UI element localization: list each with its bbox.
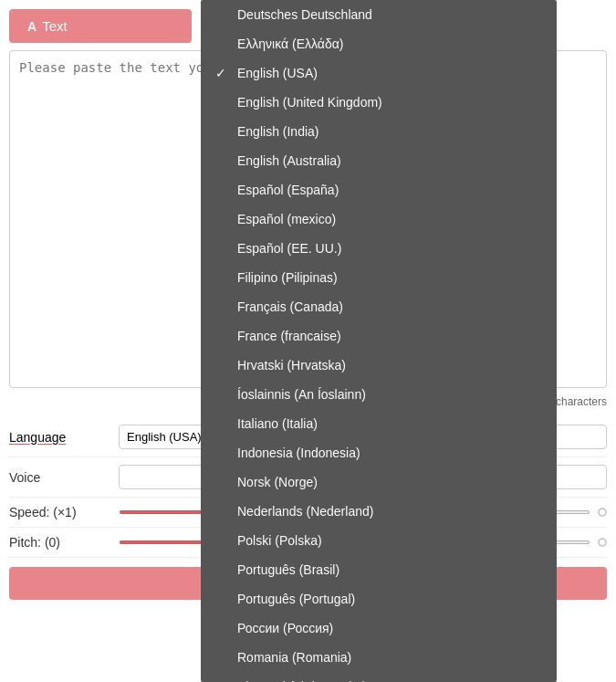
dropdown-item-label: France (francaise)	[237, 329, 341, 343]
dropdown-item-label: Filipino (Pilipinas)	[237, 270, 338, 285]
dropdown-item-label: Español (EE. UU.)	[237, 241, 341, 256]
dropdown-item-label: English (Australia)	[237, 153, 341, 168]
language-dropdown[interactable]: Deutsches DeutschlandΕλληνικά (Ελλάδα)✓E…	[201, 0, 557, 682]
pitch-label: Pitch: (0)	[9, 535, 119, 550]
dropdown-item[interactable]: Português (Brasil)	[201, 555, 557, 584]
dropdown-item[interactable]: Español (mexico)	[201, 205, 557, 234]
speed-label: Speed: (×1)	[9, 505, 119, 519]
dropdown-item-label: Indonesia (Indonesia)	[237, 446, 360, 460]
dropdown-item-label: Polski (Polska)	[237, 533, 322, 548]
speed-dot	[598, 508, 607, 517]
dropdown-item-label: Nederlands (Nederland)	[237, 504, 373, 519]
text-button[interactable]: A Text	[9, 9, 192, 43]
dropdown-item[interactable]: Indonesia (Indonesia)	[201, 438, 557, 467]
dropdown-item-label: Português (Brasil)	[237, 562, 339, 577]
text-button-label: Text	[42, 18, 68, 34]
dropdown-item-label: Español (España)	[237, 183, 339, 197]
dropdown-item-label: Español (mexico)	[237, 212, 336, 226]
dropdown-item[interactable]: Français (Canada)	[201, 292, 557, 321]
language-label: Language	[9, 430, 119, 445]
dropdown-item[interactable]: Español (España)	[201, 175, 557, 205]
dropdown-item-label: Íoslainnis (An Íoslainn)	[237, 387, 366, 402]
check-icon: ✓	[215, 66, 230, 80]
dropdown-item-label: English (United Kingdom)	[237, 95, 382, 110]
voice-label: Voice	[9, 470, 119, 485]
dropdown-item[interactable]: Romania (Romania)	[201, 643, 557, 672]
dropdown-item-label: Português (Portugal)	[237, 592, 355, 606]
dropdown-item-label: Ελληνικά (Ελλάδα)	[237, 37, 343, 51]
dropdown-item[interactable]: Hrvatski (Hrvatska)	[201, 351, 557, 380]
dropdown-item[interactable]: Slovenský (Slovensko)	[201, 672, 557, 682]
dropdown-item-label: Français (Canada)	[237, 299, 343, 314]
dropdown-item[interactable]: English (Australia)	[201, 146, 557, 175]
dropdown-item-label: Italiano (Italia)	[237, 416, 318, 431]
dropdown-item[interactable]: Polski (Polska)	[201, 526, 557, 555]
dropdown-item-label: Hrvatski (Hrvatska)	[237, 358, 346, 372]
dropdown-item[interactable]: России (Россия)	[201, 614, 557, 643]
dropdown-item[interactable]: ✓English (USA)	[201, 58, 557, 88]
dropdown-item[interactable]: Íoslainnis (An Íoslainn)	[201, 380, 557, 409]
dropdown-item[interactable]: English (United Kingdom)	[201, 88, 557, 117]
dropdown-item[interactable]: Deutsches Deutschland	[201, 0, 557, 29]
dropdown-item[interactable]: Italiano (Italia)	[201, 409, 557, 438]
pitch-dot	[598, 538, 607, 547]
dropdown-item[interactable]: Ελληνικά (Ελλάδα)	[201, 29, 557, 58]
dropdown-item[interactable]: Filipino (Pilipinas)	[201, 263, 557, 292]
dropdown-item[interactable]: Norsk (Norge)	[201, 467, 557, 497]
text-icon: A	[27, 19, 37, 34]
dropdown-item-label: Deutsches Deutschland	[237, 7, 372, 22]
dropdown-item-label: English (USA)	[237, 66, 318, 80]
dropdown-item[interactable]: Español (EE. UU.)	[201, 234, 557, 263]
dropdown-item[interactable]: English (India)	[201, 117, 557, 146]
dropdown-item[interactable]: Nederlands (Nederland)	[201, 497, 557, 526]
dropdown-item-label: России (Россия)	[237, 621, 333, 635]
dropdown-item-label: English (India)	[237, 124, 319, 139]
dropdown-item[interactable]: Português (Portugal)	[201, 584, 557, 614]
dropdown-item[interactable]: France (francaise)	[201, 321, 557, 351]
dropdown-item-label: Norsk (Norge)	[237, 475, 318, 489]
dropdown-item-label: Romania (Romania)	[237, 650, 351, 665]
